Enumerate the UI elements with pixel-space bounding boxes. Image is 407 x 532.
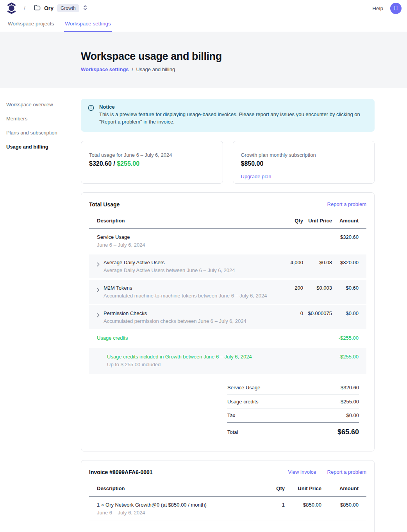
table-row-usage-credits: Usage credits -$255.00 bbox=[89, 329, 366, 347]
info-icon bbox=[88, 105, 94, 126]
notice-body: This is a preview feature for displaying… bbox=[99, 111, 368, 126]
breadcrumb-workspace-settings-link[interactable]: Workspace settings bbox=[81, 66, 129, 72]
invoice-table-header: Description Qty Unit Price Amount bbox=[89, 482, 366, 497]
col-amount: Amount bbox=[321, 485, 359, 491]
chevron-right-icon[interactable] bbox=[97, 287, 100, 293]
row-unit-price: $0.08 bbox=[303, 260, 332, 265]
invoice-panel: Invoice #8099AFA6-0001 View invoice Repo… bbox=[81, 460, 375, 532]
page-title: Workspace usage and billing bbox=[81, 50, 407, 63]
folder-icon bbox=[34, 5, 41, 12]
sidebar-item-workspace-overview[interactable]: Workspace overview bbox=[6, 100, 81, 109]
usage-summary: Service Usage $320.60 Usage credits -$25… bbox=[227, 381, 359, 442]
notice-title: Notice bbox=[99, 104, 368, 110]
row-title: 1 × Ory Network Growth@0 (at $850.00 / m… bbox=[97, 502, 253, 508]
usage-report-problem-link[interactable]: Report a problem bbox=[327, 201, 366, 207]
plan-subscription-card: Growth plan monthly subscription $850.00… bbox=[233, 141, 375, 184]
row-amount: $850.00 bbox=[321, 502, 359, 508]
table-row-service-usage: Service Usage June 6 – July 6, 2024 $320… bbox=[89, 229, 366, 253]
row-title: M2M Tokens bbox=[104, 285, 267, 291]
help-link[interactable]: Help bbox=[372, 5, 383, 11]
row-amount: $0.60 bbox=[332, 285, 359, 291]
sidebar-item-members[interactable]: Members bbox=[6, 114, 81, 124]
usage-table-header: Description Qty Unit Price Amount bbox=[89, 214, 366, 229]
selector-chevrons-icon[interactable] bbox=[83, 5, 87, 12]
notice-content: Notice This is a preview feature for dis… bbox=[99, 104, 368, 126]
summary-label: Usage credits bbox=[227, 399, 258, 405]
total-usage-title: Total Usage bbox=[89, 201, 120, 208]
row-amount: -$255.00 bbox=[332, 354, 359, 360]
row-title: Average Daily Active Users bbox=[104, 260, 235, 265]
invoice-report-problem-link[interactable]: Report a problem bbox=[327, 469, 366, 475]
col-unit-price: Unit Price bbox=[285, 485, 321, 491]
row-subtitle: Accumulated permission checks between Ju… bbox=[104, 318, 246, 324]
upgrade-plan-link[interactable]: Upgrade plan bbox=[241, 174, 271, 179]
preview-notice: Notice This is a preview feature for dis… bbox=[81, 99, 375, 132]
summary-row-usage-credits: Usage credits -$255.00 bbox=[227, 395, 359, 409]
summary-row-total: Total $65.60 bbox=[227, 423, 359, 442]
table-row-average-daily-active-users[interactable]: Average Daily Active Users Average Daily… bbox=[89, 254, 366, 278]
row-title: Usage credits bbox=[97, 335, 276, 341]
ory-logo-icon[interactable] bbox=[6, 2, 17, 14]
chevron-right-icon[interactable] bbox=[97, 313, 100, 319]
table-row-m2m-tokens[interactable]: M2M Tokens Accumulated machine-to-machin… bbox=[89, 280, 366, 304]
settings-sidebar: Workspace overview Members Plans and sub… bbox=[0, 88, 81, 532]
invoice-title: Invoice #8099AFA6-0001 bbox=[89, 469, 153, 475]
row-subtitle: Up to $ 255.00 included bbox=[97, 362, 276, 367]
row-qty: 0 bbox=[276, 310, 303, 316]
table-row-usage-credits-detail: Usage credits included in Growth between… bbox=[89, 348, 366, 374]
topbar: / Ory Growth Help H bbox=[0, 0, 407, 16]
usage-amount-separator: / bbox=[112, 160, 117, 167]
summary-row-service-usage: Service Usage $320.60 bbox=[227, 381, 359, 395]
col-unit-price: Unit Price bbox=[303, 218, 332, 224]
row-subtitle: June 6 – July 6, 2024 bbox=[97, 510, 253, 516]
view-invoice-link[interactable]: View invoice bbox=[288, 469, 316, 475]
row-amount: $0.00 bbox=[332, 310, 359, 316]
table-row-invoice-line-item: 1 × Ory Network Growth@0 (at $850.00 / m… bbox=[89, 497, 366, 521]
workspace-name: Ory bbox=[44, 5, 54, 11]
invoice-panel-header: Invoice #8099AFA6-0001 View invoice Repo… bbox=[89, 468, 366, 482]
row-subtitle: Average Daily Active Users between June … bbox=[104, 267, 235, 273]
summary-value: -$255.00 bbox=[339, 399, 359, 405]
col-qty: Qty bbox=[276, 218, 303, 224]
total-usage-panel: Total Usage Report a problem Description… bbox=[81, 192, 375, 451]
row-subtitle: June 6 – July 6, 2024 bbox=[97, 242, 276, 248]
row-qty: 200 bbox=[276, 285, 303, 291]
tab-workspace-projects[interactable]: Workspace projects bbox=[7, 16, 55, 32]
sidebar-item-usage-and-billing[interactable]: Usage and billing bbox=[6, 142, 81, 152]
breadcrumb: Workspace settings / Usage and billing bbox=[81, 66, 407, 72]
page-header: Workspace usage and billing Workspace se… bbox=[0, 32, 407, 88]
usage-amount-used: $320.60 bbox=[89, 160, 112, 167]
row-amount: -$255.00 bbox=[332, 335, 359, 341]
total-usage-card: Total usage for June 6 – July 6, 2024 $3… bbox=[81, 141, 223, 184]
breadcrumb-slash: / bbox=[24, 5, 25, 11]
row-qty: 1 bbox=[253, 502, 285, 508]
row-title: Service Usage bbox=[97, 234, 276, 240]
service-usage-desc: Service Usage June 6 – July 6, 2024 bbox=[97, 234, 276, 248]
summary-cards: Total usage for June 6 – July 6, 2024 $3… bbox=[81, 141, 375, 184]
user-avatar[interactable]: H bbox=[390, 3, 402, 14]
sidebar-item-plans-and-subscription[interactable]: Plans and subscription bbox=[6, 128, 81, 138]
total-usage-card-value: $320.60 / $255.00 bbox=[89, 160, 215, 167]
breadcrumb-current: Usage and billing bbox=[136, 66, 175, 72]
table-row-permission-checks[interactable]: Permission Checks Accumulated permission… bbox=[89, 305, 366, 329]
col-amount: Amount bbox=[332, 218, 359, 224]
usage-amount-credit: $255.00 bbox=[117, 160, 139, 167]
row-amount: $320.60 bbox=[332, 234, 359, 240]
workspace-switcher[interactable]: Ory Growth bbox=[34, 4, 87, 12]
chevron-right-icon[interactable] bbox=[97, 262, 100, 268]
plan-card-label: Growth plan monthly subscription bbox=[241, 152, 367, 158]
total-usage-card-label: Total usage for June 6 – July 6, 2024 bbox=[89, 152, 215, 158]
total-usage-panel-header: Total Usage Report a problem bbox=[89, 201, 366, 214]
tab-workspace-settings[interactable]: Workspace settings bbox=[64, 16, 112, 32]
summary-label: Service Usage bbox=[227, 385, 261, 390]
row-qty: 4,000 bbox=[276, 260, 303, 265]
topbar-right: Help H bbox=[372, 3, 402, 14]
summary-value: $320.60 bbox=[341, 385, 359, 390]
row-amount: $320.00 bbox=[332, 260, 359, 265]
summary-row-tax: Tax $0.00 bbox=[227, 409, 359, 423]
summary-label: Tax bbox=[227, 412, 235, 418]
summary-value: $0.00 bbox=[346, 412, 359, 418]
row-unit-price: $850.00 bbox=[285, 502, 321, 508]
row-title: Usage credits included in Growth between… bbox=[97, 354, 276, 360]
summary-total-value: $65.60 bbox=[337, 428, 359, 436]
